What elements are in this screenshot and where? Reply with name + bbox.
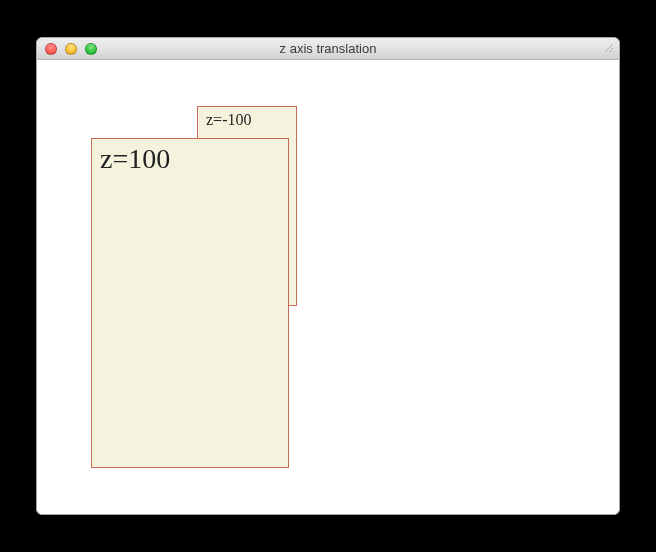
content-area: z=-100 z=100 xyxy=(37,60,619,514)
zoom-button[interactable] xyxy=(85,43,97,55)
z-box-back-label: z=-100 xyxy=(206,111,251,128)
minimize-button[interactable] xyxy=(65,43,77,55)
resize-icon[interactable] xyxy=(603,42,615,54)
titlebar[interactable]: z axis translation xyxy=(37,38,619,60)
traffic-lights xyxy=(45,43,97,55)
window-shadow: z axis translation z=-100 z=100 xyxy=(36,37,620,515)
z-box-front-label: z=100 xyxy=(100,143,170,174)
close-button[interactable] xyxy=(45,43,57,55)
app-window: z axis translation z=-100 z=100 xyxy=(36,37,620,515)
z-box-front: z=100 xyxy=(91,138,289,468)
window-title: z axis translation xyxy=(37,41,619,56)
